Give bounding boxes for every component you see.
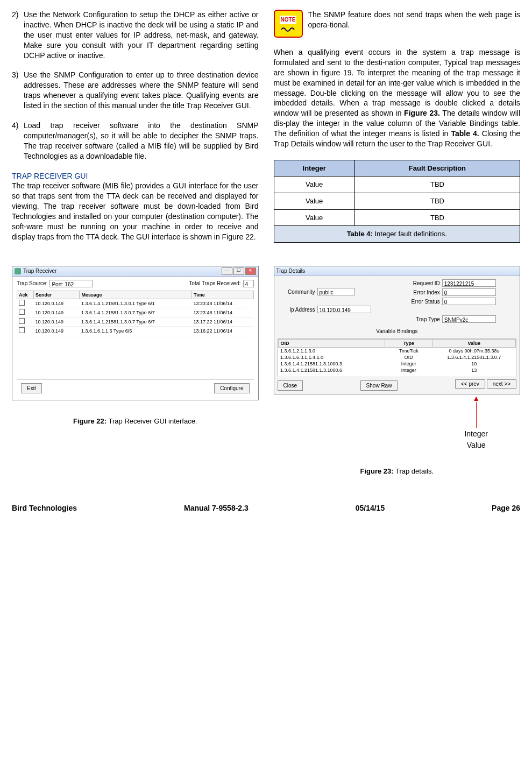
table-row[interactable]: 1.3.6.1.4.1.21581.1.3.1000.6Integer13 (278, 367, 516, 373)
app-icon (15, 268, 21, 274)
arrow-annotation: ▲ Integer Value (274, 394, 521, 450)
table-header: Fault Description (354, 160, 520, 177)
figure-22: Trap Receiver — ☐ ✕ Trap Source: Port: 1… (12, 266, 259, 426)
note-label: NOTE (280, 16, 297, 24)
footer-page: Page 26 (492, 503, 520, 513)
prev-button[interactable]: << prev (455, 379, 485, 389)
text: When a qualifying event occurs in the sy… (274, 48, 521, 117)
list-number: 2) (12, 10, 24, 60)
section-title: TRAP RECEIVER GUI (12, 171, 259, 181)
caption-text: Trap Receiver GUI interface. (107, 417, 197, 425)
cell: TBD (354, 209, 520, 226)
titlebar: Trap Details (274, 266, 520, 277)
table-row: Value TBD (274, 209, 520, 226)
col-time[interactable]: Time (191, 291, 253, 299)
variable-bindings-label: Variable Bindings (278, 328, 517, 335)
table-row[interactable]: 10.120.0.1491.3.6.1.4.1.21581.1.3.0.7 Ty… (17, 318, 254, 327)
page-footer: Bird Technologies Manual 7-9558-2.3 05/1… (12, 503, 520, 513)
configure-button[interactable]: Configure (214, 383, 249, 394)
window-title: Trap Receiver (23, 267, 222, 275)
table-row[interactable]: 10.120.0.1491.3.6.1.6.1.1.5 Type 6/513:1… (17, 327, 254, 336)
error-index-field: 0 (442, 288, 496, 296)
trap-type-field: SNMPv2c (442, 315, 496, 323)
figure-caption: Figure 22: Trap Receiver GUI interface. (12, 417, 259, 426)
list-item: 4) Load trap receiver software into the … (12, 121, 259, 161)
col-message[interactable]: Message (80, 291, 191, 299)
request-id-label: Request ID (397, 280, 442, 287)
trap-source-label: Trap Source: (17, 280, 47, 287)
ack-checkbox[interactable] (19, 318, 25, 324)
caption-bold: Figure 22: (73, 417, 107, 425)
figure-caption: Figure 23: Trap details. (274, 467, 521, 476)
community-field: public (317, 288, 355, 295)
col-oid[interactable]: OID (278, 339, 385, 347)
window-body: Communitypublic Ip Address10.120.0.149 R… (274, 276, 520, 394)
caption-text: Trap details. (394, 467, 434, 475)
fault-table: Integer Fault Description Value TBD Valu… (274, 160, 521, 243)
arrow-label: Value (464, 440, 488, 450)
col-value[interactable]: Value (432, 339, 516, 347)
caption-bold: Table 4: (347, 230, 373, 238)
show-raw-button[interactable]: Show Raw (360, 380, 398, 391)
arrow-label: Integer (464, 429, 488, 439)
arrow-head-icon: ▲ (464, 394, 488, 402)
note-block: NOTE The SNMP feature does not send trap… (274, 10, 521, 38)
cell: Value (274, 177, 354, 193)
next-button[interactable]: next >> (487, 379, 516, 389)
cell: Value (274, 209, 354, 226)
arrow-line (476, 402, 477, 428)
table-row[interactable]: 1.3.6.1.4.1.21581.1.3.1000.3Integer10 (278, 361, 516, 367)
table-row: Value TBD (274, 177, 520, 193)
ip-field: 10.120.0.149 (317, 306, 371, 313)
footer-company: Bird Technologies (12, 503, 77, 513)
close-button[interactable]: Close (278, 380, 303, 391)
request-id-field: 1231221215 (442, 279, 496, 287)
ack-checkbox[interactable] (19, 309, 25, 315)
caption-text: Integer fault definitions. (373, 230, 447, 238)
trap-source-field[interactable]: Port: 162 (49, 280, 93, 287)
exit-button[interactable]: Exit (21, 383, 42, 394)
col-type[interactable]: Type (385, 339, 432, 347)
cell: Value (274, 193, 354, 210)
list-text: Load trap receiver software into the des… (24, 121, 259, 161)
trap-details-window: Trap Details Communitypublic Ip Address1… (274, 266, 521, 395)
error-status-label: Error Status (397, 298, 442, 306)
caption-bold: Figure 23: (360, 467, 393, 475)
table-ref: Table 4. (451, 129, 479, 138)
total-traps-label: Total Traps Received: (189, 280, 240, 287)
note-text: The SNMP feature does not send traps whe… (308, 10, 521, 30)
left-column: 2) Use the Network Configuration to setu… (12, 10, 259, 250)
list-text: Use the Network Configuration to setup t… (24, 10, 259, 60)
total-traps-field: 4 (243, 280, 254, 287)
footer-date: 05/14/15 (356, 503, 385, 513)
trap-type-label: Trap Type (397, 316, 442, 323)
paragraph: The trap receiver software (MIB file) pr… (12, 181, 259, 242)
ip-label: Ip Address (278, 306, 317, 314)
list-number: 3) (12, 70, 24, 111)
table-row[interactable]: 1.3.6.1.6.3.1.1.4.1.0OID1.3.6.1.4.1.2158… (278, 354, 516, 361)
close-button[interactable]: ✕ (245, 267, 256, 275)
ack-checkbox[interactable] (19, 327, 25, 333)
list-text: Use the SNMP Configuration to enter up t… (24, 70, 259, 111)
table-row: Value TBD (274, 193, 520, 210)
maximize-button[interactable]: ☐ (233, 267, 244, 275)
table-caption: Table 4: Integer fault definitions. (274, 226, 520, 243)
minimize-button[interactable]: — (222, 267, 232, 275)
table-row[interactable]: 10.120.0.1491.3.6.1.4.1.21581.1.3.0.1 Ty… (17, 299, 254, 308)
list-item: 2) Use the Network Configuration to setu… (12, 10, 259, 60)
table-row[interactable]: 10.120.0.1491.3.6.1.4.1.21581.1.3.0.7 Ty… (17, 308, 254, 318)
right-column: NOTE The SNMP feature does not send trap… (274, 10, 521, 250)
col-sender[interactable]: Sender (34, 291, 80, 299)
table-row[interactable]: 1.3.6.1.2.1.1.3.0TimeTick0 days 00h:07m:… (278, 347, 516, 354)
content-columns: 2) Use the Network Configuration to setu… (12, 10, 520, 250)
window-body: Trap Source: Port: 162 Total Traps Recei… (12, 277, 258, 400)
trap-receiver-window: Trap Receiver — ☐ ✕ Trap Source: Port: 1… (12, 266, 259, 400)
footer-manual: Manual 7-9558-2.3 (184, 503, 249, 513)
variable-bindings-table[interactable]: OID Type Value 1.3.6.1.2.1.1.3.0TimeTick… (278, 338, 517, 377)
traps-table[interactable]: Ack Sender Message Time 10.120.0.1491.3.… (17, 291, 254, 336)
paragraph: When a qualifying event occurs in the sy… (274, 47, 521, 149)
ack-checkbox[interactable] (19, 300, 25, 306)
cell: TBD (354, 177, 520, 193)
col-ack[interactable]: Ack (17, 291, 34, 299)
figure-23: Trap Details Communitypublic Ip Address1… (274, 266, 521, 476)
